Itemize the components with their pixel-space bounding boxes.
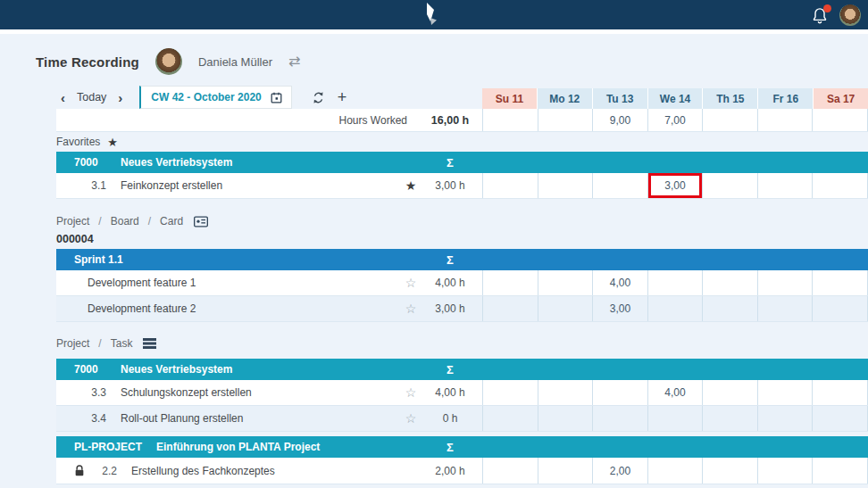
day-cell[interactable]	[482, 173, 538, 198]
day-cell[interactable]	[538, 380, 593, 405]
today-button[interactable]: Today	[77, 91, 106, 103]
topbar-avatar[interactable]	[839, 4, 861, 26]
day-cell[interactable]	[812, 173, 868, 198]
period-selector[interactable]: CW 42 - October 2020	[139, 86, 291, 109]
project-header-row[interactable]: 7000 Neues Vertriebsystem Σ	[56, 152, 868, 173]
day-cell[interactable]	[757, 173, 813, 198]
day-cell[interactable]: 2,00	[592, 458, 647, 484]
day-cell[interactable]	[702, 380, 757, 405]
project-header-row[interactable]: PL-PROJECT Einführung von PLANTA Project…	[56, 436, 868, 458]
favorite-star-icon[interactable]: ★	[404, 179, 418, 192]
top-app-bar	[0, 0, 868, 29]
day-cell[interactable]	[538, 270, 593, 295]
project-title: Neues Vertriebsystem	[121, 156, 418, 169]
day-cell[interactable]	[482, 380, 538, 405]
breadcrumb-item[interactable]: Task	[111, 337, 133, 350]
day-total-cell: 9,00	[592, 109, 647, 131]
day-header-th: Th 15	[703, 88, 758, 109]
day-cell[interactable]	[592, 380, 647, 405]
switch-user-icon[interactable]: ⇄	[288, 54, 300, 69]
next-week-button[interactable]: ›	[118, 91, 122, 104]
day-totals: 9,00 7,00	[482, 109, 868, 131]
page-title: Time Recording	[36, 54, 139, 70]
day-cell[interactable]	[812, 406, 868, 431]
day-cell[interactable]	[647, 296, 703, 321]
favorite-star-icon[interactable]: ☆	[404, 277, 418, 289]
day-cell[interactable]	[702, 173, 757, 198]
day-cell[interactable]	[647, 406, 703, 431]
favorite-star-icon[interactable]: ☆	[404, 412, 418, 425]
sum-symbol: Σ	[418, 363, 482, 376]
project-code: 7000	[74, 156, 106, 169]
day-cell[interactable]	[757, 270, 813, 295]
project-title: Einführung von PLANTA Project	[156, 441, 418, 453]
user-avatar	[155, 48, 182, 75]
day-cell[interactable]	[538, 173, 593, 198]
day-cell[interactable]	[812, 380, 868, 405]
calendar-icon[interactable]	[270, 91, 283, 104]
day-cell[interactable]	[757, 458, 813, 484]
day-cell[interactable]	[757, 296, 813, 321]
notification-badge	[823, 4, 831, 12]
timesheet-section-pl-project: PL-PROJECT Einführung von PLANTA Project…	[0, 436, 868, 484]
day-cell[interactable]: 4,00	[647, 380, 703, 405]
breadcrumb-item[interactable]: Card	[160, 215, 183, 227]
day-header-mo: Mo 12	[538, 88, 593, 109]
task-hours: 3,00 h	[418, 179, 482, 192]
day-cell[interactable]	[702, 296, 757, 321]
notification-bell-icon[interactable]	[811, 4, 830, 26]
card-icon	[194, 216, 208, 227]
day-cell[interactable]	[592, 406, 647, 431]
add-entry-button[interactable]: +	[338, 89, 347, 105]
hours-worked-label: Hours Worked	[339, 114, 407, 127]
sprint-title: Sprint 1.1	[74, 253, 418, 266]
day-cell[interactable]	[482, 458, 538, 484]
day-cell[interactable]	[757, 406, 813, 431]
day-cell[interactable]	[757, 380, 813, 405]
favorite-star-icon[interactable]: ☆	[404, 386, 418, 399]
breadcrumb-item[interactable]: Project	[56, 215, 89, 227]
selected-day-cell[interactable]: 3,00	[647, 173, 703, 198]
task-hours: 0 h	[418, 412, 482, 425]
previous-week-button[interactable]: ‹	[61, 91, 65, 104]
period-label: CW 42 - October 2020	[151, 91, 261, 103]
day-cell[interactable]	[812, 458, 868, 484]
day-cell[interactable]	[812, 270, 868, 295]
day-cell[interactable]	[702, 270, 757, 295]
day-cell[interactable]	[482, 270, 538, 295]
day-cell[interactable]	[702, 458, 757, 484]
day-total-cell	[702, 109, 757, 131]
day-cell[interactable]	[702, 406, 757, 431]
task-name: Feinkonzept erstellen	[121, 179, 404, 192]
lock-icon	[74, 465, 85, 476]
day-cell[interactable]: 3,00	[592, 296, 647, 321]
sprint-header-row[interactable]: Sprint 1.1 Σ	[56, 249, 868, 270]
day-cell[interactable]	[647, 270, 703, 295]
day-total-cell	[482, 109, 538, 131]
day-cell[interactable]	[538, 458, 593, 484]
task-row: 2.2 Erstellung des Fachkonzeptes 2,00 h …	[56, 458, 868, 484]
sum-symbol: Σ	[418, 156, 482, 170]
day-cell[interactable]	[538, 296, 593, 321]
project-header-row[interactable]: 7000 Neues Vertriebsystem Σ	[56, 359, 868, 380]
day-cell[interactable]	[812, 296, 868, 321]
refresh-icon[interactable]	[311, 90, 326, 105]
task-hours: 4,00 h	[418, 277, 482, 289]
breadcrumb-separator: /	[98, 215, 101, 227]
time-recording-page: Time Recording Daniela Müller ⇄ ‹ Today …	[0, 0, 868, 488]
breadcrumb-item[interactable]: Project	[56, 337, 89, 350]
page-header: Time Recording Daniela Müller ⇄	[0, 34, 868, 86]
day-cell[interactable]	[482, 406, 538, 431]
day-cell[interactable]	[647, 458, 703, 484]
day-header-sa: Sa 17	[814, 88, 868, 109]
favorite-star-icon[interactable]: ☆	[404, 302, 418, 315]
favorites-label: Favorites	[56, 136, 100, 148]
mouse-cursor-icon	[421, 3, 439, 30]
task-name: Development feature 2	[88, 302, 404, 315]
day-cell[interactable]: 4,00	[592, 270, 647, 295]
board-id: 000004	[0, 229, 868, 249]
day-cell[interactable]	[482, 296, 538, 321]
day-cell[interactable]	[538, 406, 593, 431]
day-cell[interactable]	[592, 173, 647, 198]
breadcrumb-item[interactable]: Board	[111, 215, 139, 227]
